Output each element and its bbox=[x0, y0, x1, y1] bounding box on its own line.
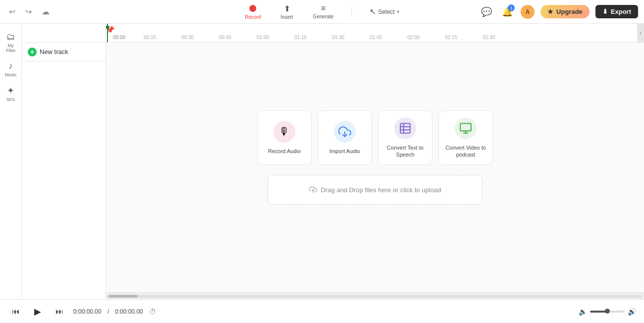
my-files-icon: 🗂 bbox=[6, 32, 15, 42]
tool-select[interactable]: ↖ Select ▾ bbox=[366, 5, 403, 18]
top-bar-right: 💬 🔔 1 A ★ Upgrade ⬇ Export bbox=[479, 4, 638, 19]
tool-record[interactable]: Record bbox=[241, 1, 265, 22]
track-panel: + New track bbox=[22, 24, 106, 299]
my-files-label: My Files bbox=[3, 43, 19, 53]
record-audio-icon-wrap: 🎙 bbox=[273, 121, 295, 143]
sidebar-item-my-files[interactable]: 🗂 My Files bbox=[1, 29, 21, 56]
icon-sidebar: 🗂 My Files ♪ Music ✦ SFX bbox=[0, 24, 22, 299]
svg-rect-5 bbox=[460, 123, 471, 131]
timeline-collapse-button[interactable]: › bbox=[637, 24, 644, 43]
card-convert-video[interactable]: Convert Video to podcast bbox=[438, 110, 493, 165]
timeline-ruler[interactable]: 📌 00:00 00:15 00:30 00:45 01:00 01:15 01… bbox=[106, 24, 644, 43]
insert-icon: ⬆ bbox=[284, 4, 290, 13]
ruler-marker-4: 01:00 bbox=[257, 35, 269, 40]
plus-icon: + bbox=[28, 48, 37, 56]
ruler-marker-2: 00:30 bbox=[181, 35, 194, 40]
volume-area: 🔉 🔊 bbox=[579, 308, 636, 316]
toolbar-divider bbox=[351, 6, 352, 18]
cloud-save-button[interactable]: ☁ bbox=[39, 5, 53, 18]
tool-insert-label: Insert bbox=[281, 14, 293, 20]
record-audio-icon: 🎙 bbox=[279, 125, 290, 138]
upload-icon bbox=[309, 186, 317, 194]
drop-zone-label: Drag and Drop files here or click to upl… bbox=[321, 186, 441, 194]
card-convert-text[interactable]: Convert Text to Speech bbox=[378, 110, 432, 165]
avatar[interactable]: A bbox=[521, 5, 535, 19]
volume-down-icon[interactable]: 🔉 bbox=[579, 308, 587, 316]
ruler-marker-9: 02:15 bbox=[445, 35, 457, 40]
convert-video-label: Convert Video to podcast bbox=[444, 144, 487, 159]
timeline-area: 📌 00:00 00:15 00:30 00:45 01:00 01:15 01… bbox=[106, 24, 644, 299]
tool-record-label: Record bbox=[245, 14, 261, 20]
convert-text-icon-wrap bbox=[394, 117, 416, 139]
ruler-marker-8: 02:00 bbox=[407, 35, 420, 40]
center-area: 🎙 Record Audio Import bbox=[257, 110, 493, 205]
svg-rect-1 bbox=[400, 123, 410, 133]
timeline-scrollbar-area[interactable] bbox=[106, 292, 644, 299]
ruler-marker-7: 01:45 bbox=[370, 35, 382, 40]
time-total: 0:00:00.00 bbox=[115, 308, 143, 315]
playhead-line bbox=[107, 24, 108, 42]
toolbar-center: Record ⬆ Insert ≡ Generate ↖ Select ▾ bbox=[241, 1, 403, 22]
convert-text-icon bbox=[399, 122, 412, 135]
sfx-icon: ✦ bbox=[7, 85, 14, 96]
volume-knob[interactable] bbox=[605, 309, 610, 314]
convert-video-icon bbox=[459, 122, 472, 135]
volume-up-icon[interactable]: 🔊 bbox=[628, 308, 636, 316]
sidebar-item-sfx[interactable]: ✦ SFX bbox=[1, 82, 21, 105]
time-current: 0:00:00.00 bbox=[73, 308, 102, 315]
scrollbar-track[interactable] bbox=[108, 295, 642, 298]
ruler-marker-10: 02:30 bbox=[483, 35, 495, 40]
import-audio-icon bbox=[338, 125, 351, 138]
scrollbar-thumb[interactable] bbox=[108, 295, 138, 298]
redo-button[interactable]: ↪ bbox=[22, 5, 35, 18]
ruler-marker-0: 00:00 bbox=[113, 35, 125, 40]
rewind-button[interactable]: ⏮ bbox=[8, 305, 24, 318]
tool-generate[interactable]: ≡ Generate bbox=[309, 2, 338, 21]
bottom-bar: ⏮ ▶ ⏭ 0:00:00.00 / 0:00:00.00 ⏱ 🔉 🔊 bbox=[0, 299, 644, 323]
export-icon: ⬇ bbox=[602, 8, 608, 15]
card-record-audio[interactable]: 🎙 Record Audio bbox=[257, 110, 312, 165]
convert-text-label: Convert Text to Speech bbox=[383, 144, 427, 159]
import-audio-label: Import Audio bbox=[329, 148, 360, 155]
ruler-marker-5: 01:15 bbox=[294, 35, 307, 40]
record-audio-label: Record Audio bbox=[268, 148, 301, 155]
export-label: Export bbox=[611, 8, 631, 15]
new-track-button[interactable]: + New track bbox=[22, 43, 106, 61]
nav-controls: ↩ ↪ ☁ bbox=[6, 5, 53, 18]
record-dot-icon bbox=[249, 5, 256, 12]
music-icon: ♪ bbox=[8, 61, 13, 71]
select-chevron-icon: ▾ bbox=[397, 9, 399, 14]
card-import-audio[interactable]: Import Audio bbox=[318, 110, 372, 165]
volume-slider[interactable] bbox=[590, 311, 625, 313]
ruler-marker-6: 01:30 bbox=[332, 35, 344, 40]
sidebar-item-music[interactable]: ♪ Music bbox=[1, 58, 21, 80]
upgrade-button[interactable]: ★ Upgrade bbox=[540, 5, 590, 18]
sfx-label: SFX bbox=[6, 97, 15, 102]
undo-button[interactable]: ↩ bbox=[6, 5, 18, 18]
timeline-content: 🎙 Record Audio Import bbox=[106, 43, 644, 292]
music-label: Music bbox=[5, 72, 17, 77]
top-bar: ↩ ↪ ☁ Record ⬆ Insert ≡ Generate ↖ Selec… bbox=[0, 0, 644, 24]
chat-button[interactable]: 💬 bbox=[479, 4, 494, 19]
convert-video-icon-wrap bbox=[455, 117, 477, 139]
notification-button[interactable]: 🔔 1 bbox=[500, 4, 515, 19]
play-button[interactable]: ▶ bbox=[30, 304, 46, 320]
fast-forward-button[interactable]: ⏭ bbox=[52, 305, 67, 318]
tool-select-label: Select bbox=[378, 8, 394, 15]
upgrade-label: Upgrade bbox=[556, 8, 583, 15]
new-track-label: New track bbox=[40, 48, 68, 55]
export-button[interactable]: ⬇ Export bbox=[595, 5, 638, 18]
upgrade-star-icon: ★ bbox=[547, 8, 553, 15]
track-ruler-spacer bbox=[22, 24, 106, 43]
drop-zone[interactable]: Drag and Drop files here or click to upl… bbox=[268, 175, 483, 205]
generate-icon: ≡ bbox=[321, 4, 325, 13]
timer-icon[interactable]: ⏱ bbox=[149, 308, 156, 316]
ruler-marker-1: 00:15 bbox=[144, 35, 156, 40]
ruler-marker-3: 00:45 bbox=[219, 35, 231, 40]
main-layout: 🗂 My Files ♪ Music ✦ SFX + New track 📌 bbox=[0, 24, 644, 299]
cards-row: 🎙 Record Audio Import bbox=[257, 110, 493, 165]
import-audio-icon-wrap bbox=[334, 121, 356, 143]
notification-badge: 1 bbox=[508, 4, 515, 11]
tool-insert[interactable]: ⬆ Insert bbox=[277, 2, 297, 22]
select-icon: ↖ bbox=[370, 7, 376, 16]
